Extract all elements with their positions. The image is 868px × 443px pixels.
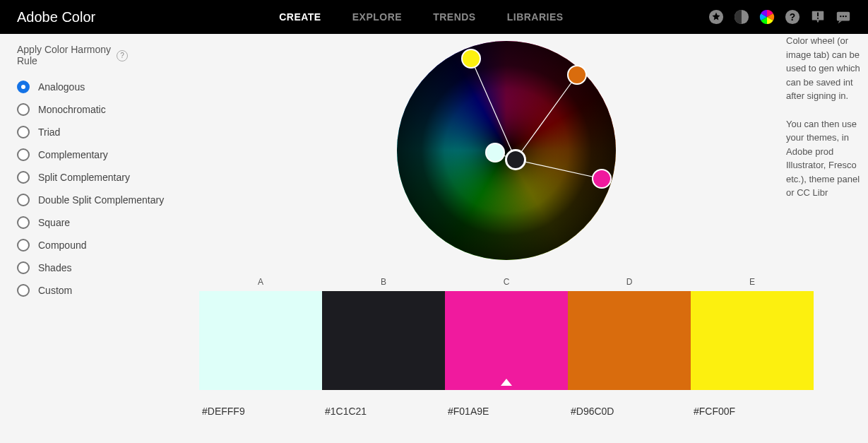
swatch-label: A	[199, 273, 322, 291]
color-wheel-icon[interactable]	[759, 9, 775, 25]
radio-icon	[17, 194, 30, 206]
radio-icon	[17, 239, 30, 252]
alert-icon[interactable]	[810, 9, 826, 25]
radio-icon	[17, 216, 30, 229]
swatch-label: C	[445, 273, 568, 291]
rule-label: Custom	[38, 285, 72, 296]
contrast-icon[interactable]	[734, 9, 749, 25]
info-panel: Color wheel (or image tab) can be used t…	[783, 34, 868, 214]
star-icon[interactable]	[708, 9, 724, 25]
nav-trends[interactable]: TRENDS	[433, 11, 476, 23]
svg-rect-6	[817, 18, 819, 19]
hex-value[interactable]: #1C1C21	[322, 406, 445, 417]
info-text-2: You can then use your themes, in Adobe p…	[786, 117, 865, 200]
wheel-handle[interactable]	[592, 169, 612, 189]
svg-point-8	[840, 16, 841, 17]
swatch-area: ABCDE #DEFFF9#1C1C21#F01A9E#D96C0D#FCF00…	[145, 273, 868, 417]
rule-label: Square	[38, 217, 70, 228]
header-icon-bar: ?	[708, 9, 851, 25]
rule-label: Split Complementary	[38, 172, 130, 183]
radio-icon	[17, 171, 30, 184]
svg-text:?: ?	[790, 12, 795, 23]
app-header: Adobe Color CREATE EXPLORE TRENDS LIBRAR…	[0, 0, 868, 34]
radio-icon	[17, 126, 30, 138]
rule-label: Complementary	[38, 149, 108, 160]
svg-point-9	[843, 16, 844, 17]
wheel-handle[interactable]	[567, 65, 587, 85]
main-area: ABCDE #DEFFF9#1C1C21#F01A9E#D96C0D#FCF00…	[145, 34, 868, 443]
nav-create[interactable]: CREATE	[279, 11, 321, 23]
sidebar-title-line1: Apply Color Harmony	[17, 44, 111, 55]
wheel-handle[interactable]	[505, 149, 526, 170]
hex-row: #DEFFF9#1C1C21#F01A9E#D96C0D#FCF00F	[199, 406, 814, 417]
color-wheel[interactable]	[397, 41, 616, 260]
info-text-1: Color wheel (or image tab) can be used t…	[786, 34, 865, 103]
logo[interactable]: Adobe Color	[17, 9, 95, 25]
swatch-d[interactable]	[568, 291, 691, 390]
hex-value[interactable]: #DEFFF9	[199, 406, 322, 417]
hex-value[interactable]: #D96C0D	[568, 406, 691, 417]
help-icon[interactable]: ?	[785, 9, 800, 25]
hex-value[interactable]: #F01A9E	[445, 406, 568, 417]
swatch-label: E	[691, 273, 814, 291]
main-nav: CREATE EXPLORE TRENDS LIBRARIES	[279, 11, 563, 23]
swatch-label: D	[568, 273, 691, 291]
svg-point-10	[845, 16, 846, 17]
rule-label: Shades	[38, 262, 71, 273]
swatch-label: B	[322, 273, 445, 291]
sidebar-title-line2: Rule	[17, 55, 111, 66]
swatch-a[interactable]	[199, 291, 322, 390]
swatch-row	[199, 291, 814, 390]
radio-icon	[17, 148, 30, 161]
radio-icon	[17, 261, 30, 274]
sidebar-help-icon[interactable]: ?	[117, 49, 128, 61]
rule-label: Triad	[38, 126, 60, 138]
hex-value[interactable]: #FCF00F	[691, 406, 814, 417]
swatch-labels-row: ABCDE	[199, 273, 814, 291]
radio-icon	[17, 81, 30, 93]
svg-line-13	[516, 75, 577, 160]
nav-explore[interactable]: EXPLORE	[352, 11, 402, 23]
wheel-handle[interactable]	[485, 143, 505, 163]
svg-rect-5	[817, 13, 819, 16]
rule-label: Compound	[38, 240, 87, 251]
rule-label: Analogous	[38, 81, 85, 93]
radio-icon	[17, 103, 30, 116]
wheel-handle[interactable]	[461, 49, 481, 69]
chat-icon[interactable]	[836, 9, 851, 25]
rule-label: Monochromatic	[38, 104, 106, 115]
swatch-c[interactable]	[445, 291, 568, 390]
svg-line-14	[516, 160, 602, 179]
swatch-e[interactable]	[691, 291, 814, 390]
nav-libraries[interactable]: LIBRARIES	[507, 11, 564, 23]
swatch-b[interactable]	[322, 291, 445, 390]
radio-icon	[17, 284, 30, 297]
